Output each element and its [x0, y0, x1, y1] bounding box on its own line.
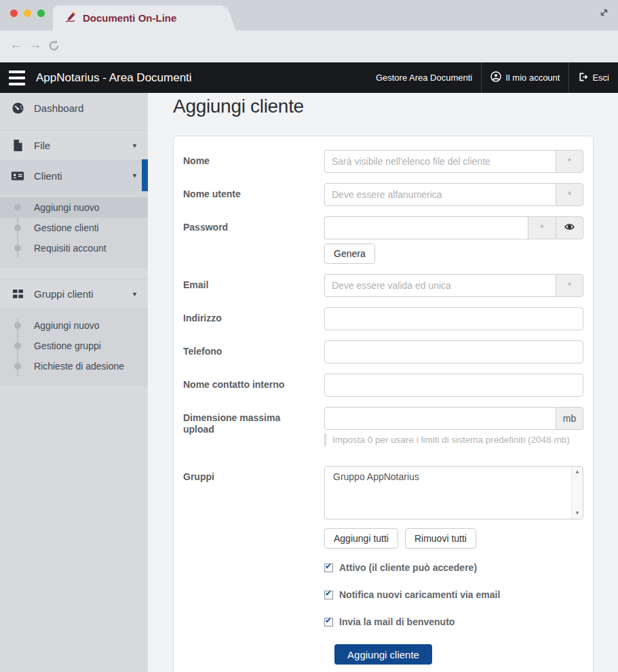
eye-icon	[564, 222, 575, 234]
sidebar-item-gruppi-clienti[interactable]: Gruppi clienti ▼	[0, 279, 148, 309]
page-title: Aggiungi cliente	[173, 96, 304, 117]
window-controls	[10, 9, 45, 17]
tab-title: Documenti On-Line	[83, 12, 176, 24]
form-row-upload: Dimensione massima upload mb Imposta 0 p…	[183, 407, 583, 446]
chevron-down-icon: ▼	[132, 172, 138, 179]
form-row-gruppi: Gruppi Gruppo AppNotarius ▲ ▼ Aggiungi t…	[183, 466, 583, 549]
generate-password-button[interactable]: Genera	[324, 243, 375, 264]
close-window-button[interactable]	[10, 9, 18, 17]
my-account-link[interactable]: Il mio account	[482, 62, 568, 93]
nome-utente-label: Nome utente	[183, 183, 324, 206]
gruppi-label: Gruppi	[183, 466, 324, 549]
minimize-window-button[interactable]	[24, 9, 31, 17]
checkbox-row-attivo: Attivo (il cliente può accedere)	[324, 563, 583, 572]
password-label: Password	[183, 216, 324, 264]
attivo-checkbox-label: Attivo (il cliente può accedere)	[339, 562, 477, 573]
favicon-pen-icon	[64, 10, 77, 26]
checkbox-row-notifica: Notifica nuovi caricamenti via email	[324, 590, 583, 599]
notifica-checkbox-label: Notifica nuovi caricamenti via email	[339, 589, 500, 600]
benvenuto-checkbox[interactable]	[324, 618, 333, 627]
remove-all-groups-button[interactable]: Rimuovi tutti	[405, 528, 476, 549]
sidebar-item-dashboard[interactable]: Dashboard	[0, 93, 148, 123]
user-circle-icon	[490, 71, 501, 84]
listbox-scrollbar[interactable]: ▲ ▼	[571, 467, 583, 519]
contatto-input[interactable]	[324, 374, 583, 397]
tachometer-icon	[10, 102, 25, 115]
sidebar-item-aggiungi-nuovo-cliente[interactable]: Aggiungi nuovo	[0, 197, 148, 218]
sidebar-submenu-clienti: Aggiungi nuovo Gestione clienti Requisit…	[0, 191, 148, 268]
checkbox-row-benvenuto: Invia la mail di benvenuto	[324, 617, 583, 627]
password-input[interactable]	[324, 216, 528, 239]
browser-tab[interactable]: Documenti On-Line	[53, 5, 227, 31]
app-title: AppNotarius - Area Documenti	[36, 71, 192, 85]
sidebar-item-gestione-clienti[interactable]: Gestione clienti	[0, 218, 148, 238]
benvenuto-checkbox-label: Invia la mail di benvenuto	[339, 616, 455, 627]
required-asterisk: *	[556, 183, 583, 206]
email-label: Email	[183, 274, 324, 297]
add-client-form-card: Nome * Nome utente * Password	[173, 136, 594, 672]
sidebar-item-gestione-gruppi[interactable]: Gestione gruppi	[0, 336, 148, 356]
mb-unit-addon: mb	[556, 407, 583, 430]
add-all-groups-button[interactable]: Aggiungi tutti	[324, 528, 398, 549]
required-asterisk: *	[528, 216, 556, 239]
gruppi-listbox[interactable]: Gruppo AppNotarius ▲ ▼	[324, 466, 583, 519]
grid-icon	[10, 288, 25, 300]
submit-add-client-button[interactable]: Aggiungi cliente	[334, 644, 432, 665]
upload-help-text: Imposta 0 per usare i limiti di sistema …	[324, 433, 583, 446]
sidebar: Dashboard File ▼ Clienti ▼ Aggiungi nuov…	[0, 93, 148, 672]
form-row-email: Email *	[183, 274, 583, 297]
sidebar-item-aggiungi-nuovo-gruppo[interactable]: Aggiungi nuovo	[0, 315, 148, 336]
show-password-button[interactable]	[556, 216, 583, 239]
telefono-label: Telefono	[183, 340, 324, 363]
sidebar-item-clienti[interactable]: Clienti ▼	[0, 161, 148, 191]
forward-icon[interactable]: →	[28, 37, 42, 52]
form-row-contatto: Nome contatto interno	[183, 374, 583, 397]
telefono-input[interactable]	[324, 340, 583, 363]
sidebar-submenu-gruppi: Aggiungi nuovo Gestione gruppi Richieste…	[0, 309, 148, 386]
back-icon[interactable]: ←	[9, 37, 23, 52]
email-input[interactable]	[324, 274, 556, 297]
gruppi-option[interactable]: Gruppo AppNotarius	[325, 467, 583, 487]
form-row-telefono: Telefono	[183, 340, 583, 363]
indirizzo-label: Indirizzo	[183, 307, 324, 330]
chevron-down-icon: ▼	[132, 291, 138, 298]
form-row-indirizzo: Indirizzo	[183, 307, 583, 330]
file-icon	[10, 139, 25, 152]
zoom-window-button[interactable]	[37, 9, 45, 17]
required-asterisk: *	[556, 150, 583, 173]
indirizzo-input[interactable]	[324, 307, 583, 330]
nome-input[interactable]	[324, 150, 556, 173]
browser-toolbar: ← → https://AppNotarius.it ★	[0, 31, 618, 62]
sidebar-toggle-icon[interactable]	[6, 68, 28, 88]
fullscreen-icon[interactable]	[598, 7, 610, 21]
scroll-down-icon[interactable]: ▼	[575, 511, 580, 516]
contatto-label: Nome contatto interno	[183, 374, 324, 397]
sign-out-icon	[578, 72, 588, 84]
sidebar-item-file[interactable]: File ▼	[0, 130, 148, 161]
scroll-up-icon[interactable]: ▲	[575, 469, 580, 475]
chevron-down-icon: ▼	[132, 142, 138, 149]
reload-icon[interactable]	[47, 39, 60, 55]
form-row-nome: Nome *	[183, 150, 583, 173]
browser-titlebar: Documenti On-Line	[0, 0, 618, 31]
sidebar-item-richieste-adesione[interactable]: Richieste di adesione	[0, 356, 148, 376]
form-row-nome-utente: Nome utente *	[183, 183, 583, 206]
upload-size-input[interactable]	[324, 407, 556, 430]
app-navbar: AppNotarius - Area Documenti Gestore Are…	[0, 62, 618, 93]
logout-link[interactable]: Esci	[569, 62, 618, 93]
attivo-checkbox[interactable]	[324, 564, 333, 572]
id-card-icon	[10, 170, 25, 182]
navbar-role-label: Gestore Area Documenti	[367, 62, 481, 93]
nome-utente-input[interactable]	[324, 183, 556, 206]
required-asterisk: *	[556, 274, 583, 297]
upload-label: Dimensione massima upload	[183, 407, 324, 446]
nome-label: Nome	[183, 150, 324, 173]
sidebar-item-requisiti-account[interactable]: Requisiti account	[0, 238, 148, 258]
notifica-checkbox[interactable]	[324, 591, 333, 599]
main-content: Aggiungi cliente Nome * Nome utente * Pa…	[148, 93, 618, 672]
form-row-password: Password * Genera	[183, 216, 583, 264]
